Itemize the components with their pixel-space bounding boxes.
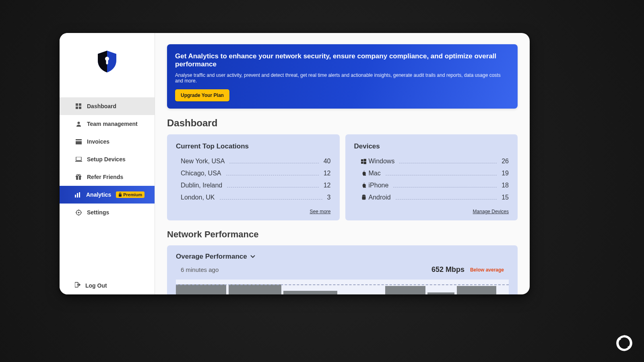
gift-icon: [75, 174, 82, 180]
gear-icon: [75, 210, 82, 216]
page-title: Dashboard: [167, 117, 518, 129]
svg-rect-4: [76, 107, 78, 109]
invoices-icon: [75, 139, 82, 144]
performance-dropdown[interactable]: Overage Performance: [176, 253, 509, 261]
manage-devices-link[interactable]: Manage Devices: [473, 209, 509, 214]
main-content: Get Analytics to enhance your network se…: [155, 33, 530, 294]
chart-bar: [457, 286, 496, 294]
list-item: Mac19: [354, 167, 509, 179]
logout-label: Log Out: [85, 282, 107, 289]
svg-rect-7: [76, 139, 82, 140]
svg-rect-9: [76, 157, 81, 160]
sidebar-item-label: Team management: [87, 121, 138, 127]
chart-bar: [283, 291, 337, 294]
sidebar-item-analytics[interactable]: Analytics Premium: [60, 186, 155, 204]
svg-rect-10: [75, 161, 82, 162]
analytics-icon: [74, 192, 81, 197]
android-icon: [359, 195, 369, 200]
network-performance-title: Network Performance: [167, 229, 518, 240]
svg-rect-8: [76, 141, 82, 144]
svg-rect-27: [361, 159, 363, 161]
svg-rect-28: [364, 159, 367, 161]
sidebar-item-dashboard[interactable]: Dashboard: [60, 97, 155, 115]
sidebar-item-refer[interactable]: Refer Friends: [60, 168, 155, 186]
sidebar-item-label: Settings: [87, 209, 109, 216]
sidebar-item-label: Invoices: [87, 138, 109, 145]
chart-bar: [176, 284, 226, 294]
chevron-down-icon: [250, 255, 255, 258]
top-locations-card: Current Top Locations New York, USA40 Ch…: [167, 134, 340, 220]
svg-point-31: [363, 195, 363, 196]
svg-point-21: [78, 212, 79, 213]
sidebar-item-invoices[interactable]: Invoices: [60, 133, 155, 150]
sidebar: Dashboard Team management Invoices Setup…: [60, 33, 155, 294]
svg-point-6: [77, 121, 80, 124]
threshold-line: [176, 284, 509, 285]
svg-point-14: [77, 175, 78, 176]
sidebar-item-label: Dashboard: [87, 103, 116, 109]
upgrade-banner: Get Analytics to enhance your network se…: [167, 44, 518, 109]
card-title: Devices: [354, 142, 509, 150]
svg-rect-18: [79, 192, 80, 197]
sidebar-item-label: Setup Devices: [87, 156, 126, 162]
sidebar-item-setup-devices[interactable]: Setup Devices: [60, 150, 155, 168]
lock-icon: [118, 193, 122, 197]
network-performance-card: Overage Performance 6 minutes ago 652 Mb…: [167, 245, 518, 294]
banner-title: Get Analytics to enhance your network se…: [175, 52, 510, 68]
sidebar-item-team[interactable]: Team management: [60, 115, 155, 133]
chart-bar: [385, 286, 425, 294]
list-item: Dublin, Ireland12: [176, 179, 331, 191]
dashboard-icon: [75, 103, 82, 109]
performance-chart: [176, 280, 509, 294]
premium-badge: Premium: [116, 191, 144, 198]
sidebar-item-label: Refer Friends: [87, 174, 123, 180]
windows-icon: [359, 159, 369, 164]
laptop-icon: [75, 157, 82, 162]
list-item: London, UK3: [176, 191, 331, 204]
svg-point-32: [364, 195, 365, 196]
user-icon: [75, 121, 82, 127]
vendor-logo: [616, 335, 633, 353]
svg-rect-1: [106, 60, 108, 64]
svg-rect-5: [79, 107, 81, 109]
list-item: Chicago, USA12: [176, 167, 331, 179]
list-item: New York, USA40: [176, 155, 331, 167]
see-more-link[interactable]: See more: [310, 209, 330, 214]
sidebar-item-label: Analytics: [86, 191, 111, 198]
app-logo: [60, 38, 155, 97]
svg-rect-17: [77, 193, 78, 197]
sidebar-nav: Dashboard Team management Invoices Setup…: [60, 97, 155, 276]
upgrade-plan-button[interactable]: Upgrade Your Plan: [175, 89, 229, 101]
sidebar-item-settings[interactable]: Settings: [60, 204, 155, 221]
list-item: iPhone18: [354, 179, 509, 191]
svg-rect-30: [364, 162, 367, 164]
app-window: Dashboard Team management Invoices Setup…: [60, 33, 530, 294]
svg-point-15: [79, 175, 80, 176]
svg-rect-3: [79, 103, 81, 106]
apple-icon: [359, 171, 369, 176]
svg-rect-2: [76, 103, 78, 106]
apple-icon: [359, 183, 369, 188]
chart-bar: [427, 292, 454, 294]
list-item: Windows26: [354, 155, 509, 167]
last-updated: 6 minutes ago: [181, 266, 219, 273]
banner-subtitle: Analyse traffic and user activity, preve…: [175, 72, 510, 84]
logout-button[interactable]: Log Out: [60, 276, 155, 294]
logout-icon: [75, 282, 80, 289]
svg-rect-19: [119, 194, 122, 197]
speed-value: 652 Mbps: [431, 265, 464, 274]
chart-bar: [229, 284, 281, 294]
status-badge: Below average: [470, 267, 504, 273]
devices-card: Devices Windows26 Mac19 iPhone18 Android…: [345, 134, 518, 220]
list-item: Android15: [354, 191, 509, 204]
card-title: Current Top Locations: [176, 142, 331, 150]
svg-rect-16: [75, 195, 76, 197]
svg-rect-29: [361, 162, 363, 164]
